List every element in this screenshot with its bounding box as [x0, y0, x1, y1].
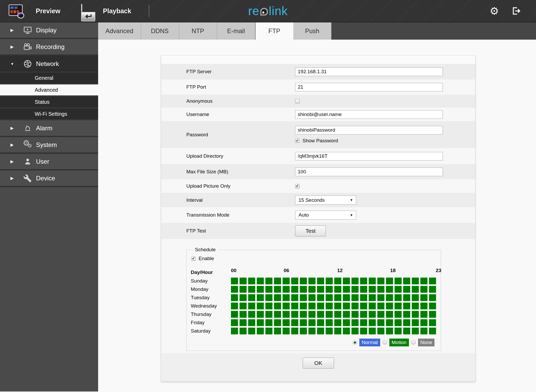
schedule-cell[interactable] [283, 303, 290, 309]
tab-push[interactable]: Push [293, 22, 331, 40]
none-legend-label[interactable]: None [418, 339, 434, 346]
schedule-cell[interactable] [326, 319, 333, 326]
schedule-cell[interactable] [352, 319, 359, 326]
schedule-cell[interactable] [343, 286, 350, 293]
schedule-cell[interactable] [265, 328, 272, 334]
schedule-cell[interactable] [308, 294, 315, 301]
upload-picture-only-checkbox[interactable] [295, 184, 300, 188]
schedule-cell[interactable] [283, 278, 290, 284]
schedule-cell[interactable] [291, 319, 298, 326]
schedule-cell[interactable] [231, 319, 238, 326]
schedule-cell[interactable] [420, 278, 427, 284]
schedule-cell[interactable] [326, 278, 333, 284]
schedule-cell[interactable] [352, 294, 359, 301]
schedule-cell[interactable] [386, 319, 393, 326]
tab-ddns[interactable]: DDNS [141, 22, 179, 40]
schedule-cell[interactable] [429, 311, 436, 318]
schedule-cell[interactable] [265, 319, 272, 326]
schedule-cell[interactable] [326, 286, 333, 293]
schedule-cell[interactable] [326, 328, 333, 334]
schedule-cell[interactable] [231, 286, 238, 293]
sidebar-subitem-status[interactable]: Status [0, 96, 98, 108]
schedule-cell[interactable] [274, 303, 281, 309]
sidebar-item-recording[interactable]: ▶ Recording [0, 39, 98, 56]
schedule-cell[interactable] [377, 311, 384, 318]
password-input[interactable] [295, 126, 443, 134]
logout-icon[interactable] [510, 6, 521, 16]
schedule-cell[interactable] [395, 294, 402, 301]
schedule-cell[interactable] [334, 311, 341, 318]
schedule-cell[interactable] [403, 328, 410, 334]
schedule-cell[interactable] [360, 311, 367, 318]
schedule-cell[interactable] [283, 294, 290, 301]
schedule-cell[interactable] [240, 286, 247, 293]
schedule-cell[interactable] [291, 328, 298, 334]
schedule-cell[interactable] [403, 294, 410, 301]
schedule-cell[interactable] [326, 303, 333, 309]
interval-select[interactable]: 15 Seconds ▼ [295, 195, 356, 205]
schedule-cell[interactable] [308, 319, 315, 326]
schedule-cell[interactable] [265, 278, 272, 284]
schedule-cell[interactable] [369, 319, 376, 326]
schedule-cell[interactable] [360, 328, 367, 334]
schedule-cell[interactable] [386, 311, 393, 318]
schedule-cell[interactable] [369, 294, 376, 301]
schedule-cell[interactable] [248, 278, 255, 284]
schedule-cell[interactable] [257, 294, 264, 301]
schedule-cell[interactable] [420, 319, 427, 326]
schedule-cell[interactable] [274, 278, 281, 284]
sidebar-item-network[interactable]: ▼ Network [0, 56, 98, 72]
schedule-cell[interactable] [343, 319, 350, 326]
schedule-cell[interactable] [291, 303, 298, 309]
schedule-cell[interactable] [308, 328, 315, 334]
schedule-cell[interactable] [231, 294, 238, 301]
sidebar-subitem-advanced[interactable]: Advanced [0, 84, 98, 96]
schedule-cell[interactable] [248, 303, 255, 309]
schedule-cell[interactable] [429, 328, 436, 334]
schedule-cell[interactable] [352, 278, 359, 284]
schedule-cell[interactable] [369, 286, 376, 293]
schedule-cell[interactable] [291, 294, 298, 301]
schedule-cell[interactable] [291, 278, 298, 284]
schedule-cell[interactable] [317, 328, 324, 334]
schedule-cell[interactable] [420, 311, 427, 318]
schedule-cell[interactable] [300, 303, 307, 309]
schedule-cell[interactable] [343, 294, 350, 301]
schedule-cell[interactable] [257, 319, 264, 326]
schedule-cell[interactable] [265, 303, 272, 309]
none-radio[interactable] [411, 340, 416, 345]
max-file-size-input[interactable] [295, 168, 443, 176]
ok-button[interactable]: OK [303, 358, 334, 369]
schedule-cell[interactable] [334, 286, 341, 293]
schedule-cell[interactable] [308, 286, 315, 293]
schedule-cell[interactable] [343, 328, 350, 334]
schedule-cell[interactable] [429, 319, 436, 326]
schedule-cell[interactable] [274, 286, 281, 293]
schedule-cell[interactable] [334, 319, 341, 326]
schedule-cell[interactable] [240, 278, 247, 284]
schedule-cell[interactable] [283, 286, 290, 293]
schedule-cell[interactable] [231, 303, 238, 309]
playback-button[interactable]: Playback [81, 4, 131, 17]
schedule-cell[interactable] [412, 278, 419, 284]
schedule-cell[interactable] [343, 278, 350, 284]
schedule-cell[interactable] [317, 286, 324, 293]
schedule-cell[interactable] [291, 311, 298, 318]
schedule-cell[interactable] [377, 294, 384, 301]
schedule-cell[interactable] [360, 294, 367, 301]
schedule-cell[interactable] [274, 294, 281, 301]
schedule-cell[interactable] [403, 311, 410, 318]
tab-ftp[interactable]: FTP [255, 22, 293, 40]
schedule-cell[interactable] [274, 328, 281, 334]
schedule-cell[interactable] [395, 286, 402, 293]
schedule-cell[interactable] [317, 319, 324, 326]
schedule-cell[interactable] [248, 311, 255, 318]
schedule-cell[interactable] [386, 303, 393, 309]
schedule-cell[interactable] [240, 311, 247, 318]
normal-legend-label[interactable]: Normal [359, 339, 380, 346]
schedule-cell[interactable] [343, 303, 350, 309]
schedule-cell[interactable] [334, 328, 341, 334]
schedule-cell[interactable] [386, 286, 393, 293]
schedule-cell[interactable] [308, 278, 315, 284]
normal-radio[interactable] [353, 340, 357, 345]
